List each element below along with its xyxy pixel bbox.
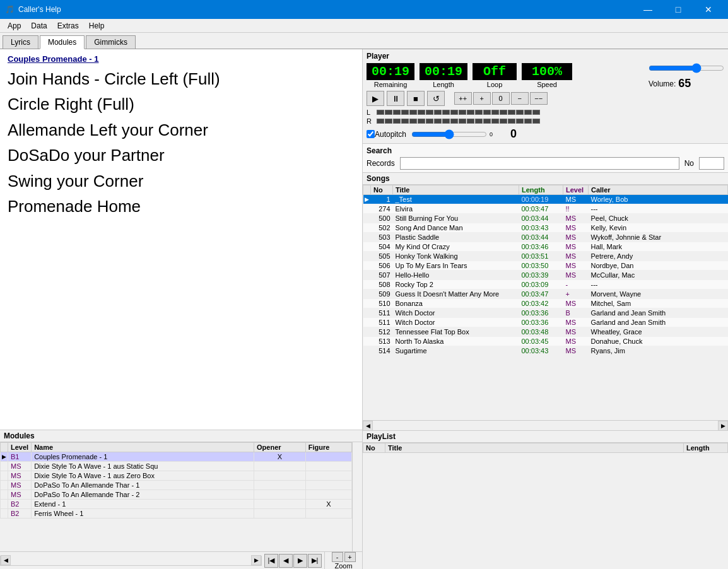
pause-button[interactable]: ⏸: [387, 91, 404, 106]
table-row[interactable]: 510 Bonanza 00:03:42 MS Mitchel, Sam: [363, 299, 728, 308]
table-row[interactable]: 505 Honky Tonk Walking 00:03:51 MS Petre…: [363, 252, 728, 261]
close-button[interactable]: ✕: [694, 0, 723, 19]
songs-scroll-left[interactable]: ◀: [363, 421, 373, 430]
modules-nav-first[interactable]: |◀: [264, 554, 278, 568]
table-row[interactable]: 514 Sugartime 00:03:43 MS Ryans, Jim: [363, 346, 728, 356]
list-item[interactable]: MS DoPaSo To An Allemande Thar - 1: [1, 481, 352, 490]
table-row[interactable]: ▶ 1 _Test 00:00:19 MS Worley, Bob: [363, 195, 728, 204]
tab-lyrics[interactable]: Lyrics: [3, 35, 38, 49]
search-input[interactable]: [400, 157, 679, 170]
modules-scrollbar[interactable]: [352, 442, 362, 551]
playlist-col-title: Title: [385, 443, 684, 453]
table-row[interactable]: 504 My Kind Of Crazy 00:03:46 MS Hall, M…: [363, 242, 728, 252]
table-row[interactable]: 509 Guess It Doesn't Matter Any More 00:…: [363, 290, 728, 299]
table-row[interactable]: 502 Song And Dance Man 00:03:43 MS Kelly…: [363, 223, 728, 233]
modules-rows: ▶ B1 Couples Promenade - 1 X MS Dixie St…: [1, 452, 352, 519]
module-opener: [254, 462, 306, 471]
table-row[interactable]: 506 Up To My Ears In Tears 00:03:50 MS N…: [363, 261, 728, 271]
volume-number: 65: [678, 77, 691, 90]
modules-col-name: Name: [32, 443, 254, 452]
song-title: Bonanza: [393, 299, 519, 308]
modules-nav-next[interactable]: ▶: [293, 554, 307, 568]
playing-indicator: [363, 327, 371, 337]
song-length: 00:03:51: [519, 252, 563, 261]
vu-segment: [491, 110, 499, 115]
modules-nav-prev[interactable]: ◀: [279, 554, 293, 568]
lyrics-line: Join Hands - Circle Left (Full): [8, 67, 355, 90]
song-title: Song And Dance Man: [393, 223, 519, 233]
module-figure: [305, 471, 351, 481]
list-item[interactable]: MS Dixie Style To A Wave - 1 aus Static …: [1, 462, 352, 471]
zoom-minus-button[interactable]: -: [332, 552, 343, 562]
list-item[interactable]: B2 Ferris Wheel - 1: [1, 509, 352, 519]
song-level: +: [563, 290, 589, 299]
modules-table-wrapper[interactable]: Level Name Opener Figure ▶ B1 Couples Pr…: [0, 442, 352, 551]
vu-segment: [516, 119, 524, 124]
songs-hscroll-track[interactable]: [373, 421, 718, 430]
speed-m-button[interactable]: −: [511, 92, 529, 105]
speed-label: Speed: [522, 81, 572, 88]
menu-app[interactable]: App: [3, 20, 26, 32]
vu-segment: [516, 110, 524, 115]
table-row[interactable]: 507 Hello-Hello 00:03:39 MS McCullar, Ma…: [363, 271, 728, 280]
speed-mm-button[interactable]: −−: [530, 92, 548, 105]
autopitch-checkbox[interactable]: [367, 130, 375, 138]
titlebar-controls: — □ ✕: [633, 0, 723, 19]
module-playing: [1, 471, 8, 481]
modules-scroll-right[interactable]: ▶: [251, 555, 261, 565]
song-caller: Morvent, Wayne: [589, 290, 728, 299]
table-row[interactable]: 274 Elvira 00:03:47 !! ---: [363, 204, 728, 214]
minimize-button[interactable]: —: [633, 0, 662, 19]
vu-segment: [418, 110, 425, 115]
zoom-plus-button[interactable]: +: [344, 552, 356, 562]
length-group: 00:19 Length: [420, 63, 467, 88]
table-row[interactable]: 511 Witch Doctor 00:03:36 MS Garland and…: [363, 318, 728, 327]
stop-button[interactable]: ■: [407, 91, 425, 106]
speed-0-button[interactable]: 0: [492, 92, 510, 105]
maximize-button[interactable]: □: [664, 0, 693, 19]
list-item[interactable]: ▶ B1 Couples Promenade - 1 X: [1, 452, 352, 462]
song-length: 00:03:45: [519, 337, 563, 346]
table-row[interactable]: 500 Still Burning For You 00:03:44 MS Pe…: [363, 214, 728, 223]
vu-segment: [426, 119, 433, 124]
speed-p-button[interactable]: +: [473, 92, 491, 105]
list-item[interactable]: MS Dixie Style To A Wave - 1 aus Zero Bo…: [1, 471, 352, 481]
song-length: 00:03:43: [519, 223, 563, 233]
module-opener: [254, 500, 306, 509]
modules-scroll-left[interactable]: ◀: [1, 555, 11, 565]
tab-modules[interactable]: Modules: [40, 35, 85, 49]
playlist-table-container[interactable]: No Title Length: [363, 443, 728, 569]
module-level: B1: [8, 452, 32, 462]
play-button[interactable]: ▶: [367, 91, 384, 106]
speed-pp-button[interactable]: ++: [454, 92, 472, 105]
song-length: 00:03:39: [519, 271, 563, 280]
table-row[interactable]: 513 North To Alaska 00:03:45 MS Donahue,…: [363, 337, 728, 346]
loop-button[interactable]: ↺: [427, 91, 445, 106]
table-row[interactable]: 503 Plastic Saddle 00:03:44 MS Wykoff, J…: [363, 233, 728, 242]
table-row[interactable]: 508 Rocky Top 2 00:03:09 - ---: [363, 280, 728, 290]
song-level: MS: [563, 214, 589, 223]
modules-nav-last[interactable]: ▶|: [308, 554, 322, 568]
vu-segment: [483, 119, 491, 124]
volume-row: [649, 63, 724, 73]
volume-slider[interactable]: [649, 63, 724, 73]
song-title: Elvira: [393, 204, 519, 214]
table-row[interactable]: 511 Witch Doctor 00:03:36 B Garland and …: [363, 308, 728, 318]
vu-segment: [385, 110, 392, 115]
no-input[interactable]: [699, 157, 724, 170]
songs-table-container[interactable]: No Title Length Level Caller ▶ 1 _Test 0…: [363, 185, 728, 420]
pitch-slider[interactable]: [411, 129, 487, 139]
menu-data[interactable]: Data: [26, 20, 52, 32]
menu-extras[interactable]: Extras: [52, 20, 84, 32]
songs-scroll-right[interactable]: ▶: [718, 421, 728, 430]
list-item[interactable]: B2 Extend - 1 X: [1, 500, 352, 509]
menu-help[interactable]: Help: [84, 20, 110, 32]
tab-gimmicks[interactable]: Gimmicks: [86, 35, 136, 49]
table-row[interactable]: 512 Tennessee Flat Top Box 00:03:48 MS W…: [363, 327, 728, 337]
modules-hscroll[interactable]: ◀ ▶: [0, 556, 262, 566]
playlist-col-no: No: [363, 443, 385, 453]
speed-buttons: ++ + 0 − −−: [454, 92, 548, 105]
list-item[interactable]: MS DoPaSo To An Allemande Thar - 2: [1, 490, 352, 500]
remaining-group: 00:19 Remaining: [367, 63, 414, 88]
song-level: MS: [563, 327, 589, 337]
